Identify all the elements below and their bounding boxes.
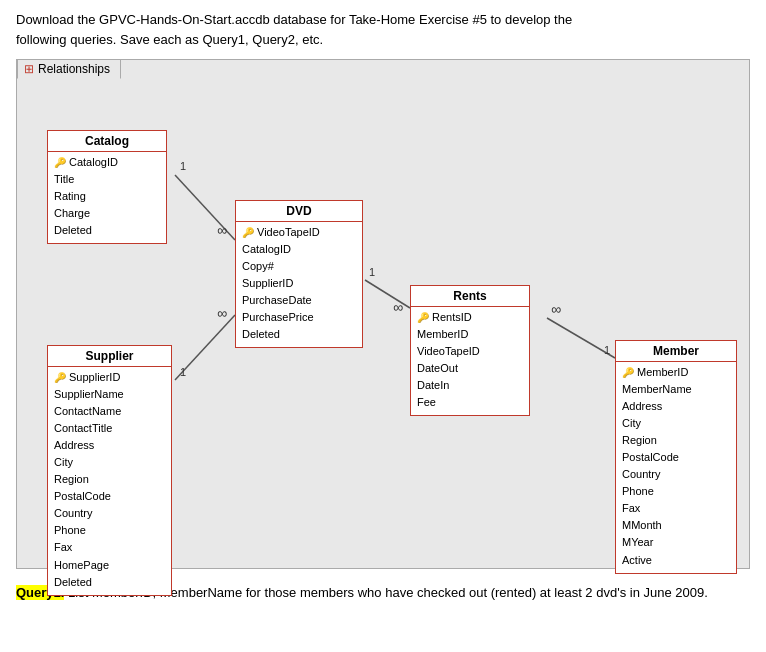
relationships-tab-icon: ⊞ (24, 62, 34, 76)
rents-table: Rents 🔑 RentsID MemberID VideoTapeID Dat… (410, 285, 530, 416)
field-memberid: 🔑 MemberID (622, 364, 730, 381)
rents-table-header: Rents (411, 286, 529, 307)
field-region-member: Region (622, 432, 730, 449)
field-membername: MemberName (622, 381, 730, 398)
dvd-table-fields: 🔑 VideoTapeID CatalogID Copy# SupplierID… (236, 222, 362, 347)
relationships-tab-label: Relationships (38, 62, 110, 76)
key-icon-supplierid: 🔑 (54, 370, 66, 386)
field-postalcode-supplier: PostalCode (54, 488, 165, 505)
field-fax-member: Fax (622, 500, 730, 517)
svg-text:1: 1 (369, 266, 375, 278)
field-homepage: HomePage (54, 557, 165, 574)
dvd-table-header: DVD (236, 201, 362, 222)
supplier-table-fields: 🔑 SupplierID SupplierName ContactName Co… (48, 367, 171, 595)
field-contactname: ContactName (54, 403, 165, 420)
member-table-header: Member (616, 341, 736, 362)
field-purchaseprice: PurchasePrice (242, 309, 356, 326)
field-title: Title (54, 171, 160, 188)
field-dateout: DateOut (417, 360, 523, 377)
field-charge: Charge (54, 205, 160, 222)
field-region-supplier: Region (54, 471, 165, 488)
field-phone-member: Phone (622, 483, 730, 500)
field-city-member: City (622, 415, 730, 432)
key-icon-rentsid: 🔑 (417, 310, 429, 326)
supplier-table-header: Supplier (48, 346, 171, 367)
field-postalcode-member: PostalCode (622, 449, 730, 466)
field-deleted-catalog: Deleted (54, 222, 160, 239)
dvd-table: DVD 🔑 VideoTapeID CatalogID Copy# Suppli… (235, 200, 363, 348)
svg-line-9 (547, 318, 615, 358)
field-purchasedate: PurchaseDate (242, 292, 356, 309)
field-active: Active (622, 552, 730, 569)
field-address-member: Address (622, 398, 730, 415)
field-address-supplier: Address (54, 437, 165, 454)
member-table: Member 🔑 MemberID MemberName Address Cit… (615, 340, 737, 574)
member-table-fields: 🔑 MemberID MemberName Address City Regio… (616, 362, 736, 573)
catalog-table-header: Catalog (48, 131, 166, 152)
field-fee: Fee (417, 394, 523, 411)
relationships-panel: ⊞ Relationships 1 ∞ 1 ∞ 1 ∞ ∞ 1 Catalog … (16, 59, 750, 569)
svg-text:∞: ∞ (551, 301, 561, 317)
svg-text:∞: ∞ (217, 305, 227, 321)
svg-line-6 (365, 280, 410, 308)
key-icon-catalogid: 🔑 (54, 155, 66, 171)
field-myear: MYear (622, 534, 730, 551)
field-fax-supplier: Fax (54, 539, 165, 556)
field-catalogid: 🔑 CatalogID (54, 154, 160, 171)
field-memberid-rents: MemberID (417, 326, 523, 343)
svg-text:1: 1 (180, 366, 186, 378)
svg-text:∞: ∞ (217, 222, 227, 238)
svg-text:1: 1 (604, 344, 610, 356)
field-mmonth: MMonth (622, 517, 730, 534)
svg-text:∞: ∞ (393, 299, 403, 315)
key-icon-videotapeid: 🔑 (242, 225, 254, 241)
field-rentsid: 🔑 RentsID (417, 309, 523, 326)
intro-text: Download the GPVC-Hands-On-Start.accdb d… (16, 10, 750, 49)
intro-line1: Download the GPVC-Hands-On-Start.accdb d… (16, 12, 572, 27)
catalog-table-fields: 🔑 CatalogID Title Rating Charge Deleted (48, 152, 166, 243)
field-country-supplier: Country (54, 505, 165, 522)
field-rating: Rating (54, 188, 160, 205)
field-videotapeid: 🔑 VideoTapeID (242, 224, 356, 241)
field-copy: Copy# (242, 258, 356, 275)
rents-table-fields: 🔑 RentsID MemberID VideoTapeID DateOut D… (411, 307, 529, 415)
svg-text:1: 1 (180, 160, 186, 172)
field-supplierid-dvd: SupplierID (242, 275, 356, 292)
field-country-member: Country (622, 466, 730, 483)
field-videotapeid-rents: VideoTapeID (417, 343, 523, 360)
field-datein: DateIn (417, 377, 523, 394)
catalog-table: Catalog 🔑 CatalogID Title Rating Charge … (47, 130, 167, 244)
svg-line-0 (175, 175, 235, 240)
field-contacttitle: ContactTitle (54, 420, 165, 437)
field-suppliername: SupplierName (54, 386, 165, 403)
field-deleted-dvd: Deleted (242, 326, 356, 343)
key-icon-memberid: 🔑 (622, 365, 634, 381)
field-supplierid: 🔑 SupplierID (54, 369, 165, 386)
field-city-supplier: City (54, 454, 165, 471)
field-deleted-supplier: Deleted (54, 574, 165, 591)
field-catalogid-dvd: CatalogID (242, 241, 356, 258)
relationships-tab[interactable]: ⊞ Relationships (17, 59, 121, 79)
supplier-table: Supplier 🔑 SupplierID SupplierName Conta… (47, 345, 172, 596)
intro-line2: following queries. Save each as Query1, … (16, 32, 323, 47)
field-phone-supplier: Phone (54, 522, 165, 539)
svg-line-3 (175, 315, 235, 380)
